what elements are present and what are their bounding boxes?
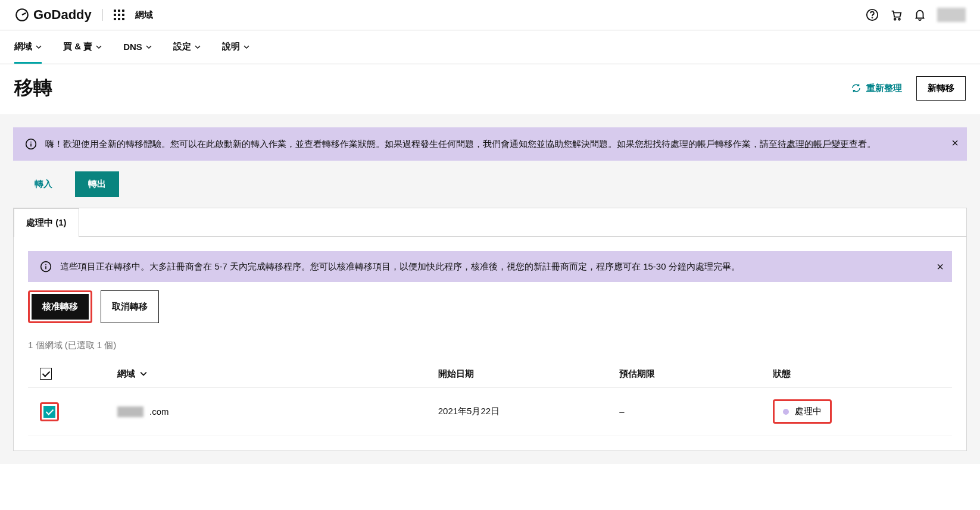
cart-icon[interactable] (890, 8, 903, 21)
svg-point-2 (894, 18, 896, 20)
processing-tab[interactable]: 處理中 (1) (14, 208, 79, 237)
subnav-item-dns[interactable]: DNS (123, 41, 152, 64)
banner-text: 嗨！歡迎使用全新的轉移體驗。您可以在此啟動新的轉入作業，並查看轉移作業狀態。如果… (45, 137, 876, 151)
cell-domain: .com (117, 406, 438, 417)
approve-transfer-button[interactable]: 核准轉移 (32, 294, 89, 320)
select-all-checkbox[interactable] (40, 368, 52, 380)
sub-nav: 網域 買 & 賣 DNS 設定 說明 (0, 30, 980, 64)
divider (102, 9, 103, 21)
card-body: 這些項目正在轉移中。大多註冊商會在 5-7 天內完成轉移程序。您可以核准轉移項目… (14, 237, 966, 450)
top-header-right (866, 8, 966, 22)
cell-estimated: – (619, 406, 773, 417)
page-title: 移轉 (14, 75, 52, 101)
close-icon[interactable]: × (937, 257, 944, 276)
subnav-item-domains[interactable]: 網域 (14, 41, 42, 64)
table-row: .com 2021年5月22日 – 處理中 (28, 387, 952, 436)
section-label: 網域 (135, 10, 153, 21)
subnav-item-buysell[interactable]: 買 & 賣 (63, 41, 102, 64)
transfers-card: 處理中 (1) 這些項目正在轉移中。大多註冊商會在 5-7 天內完成轉移程序。您… (13, 208, 967, 451)
user-menu[interactable] (937, 8, 966, 22)
cancel-transfer-button[interactable]: 取消轉移 (101, 290, 159, 323)
top-header: GoDaddy 網域 (0, 0, 980, 30)
brand-logo[interactable]: GoDaddy (14, 7, 92, 23)
welcome-banner: 嗨！歡迎使用全新的轉移體驗。您可以在此啟動新的轉入作業，並查看轉移作業狀態。如果… (13, 127, 967, 161)
brand-name: GoDaddy (33, 7, 92, 23)
processing-banner-text: 這些項目正在轉移中。大多註冊商會在 5-7 天內完成轉移程序。您可以核准轉移項目… (60, 259, 740, 274)
subnav-label: 網域 (14, 41, 32, 52)
header-status: 狀態 (773, 368, 940, 380)
transfers-table: 網域 開始日期 預估期限 狀態 .com (28, 361, 952, 436)
tab-transfer-in[interactable]: 轉入 (21, 171, 65, 197)
cell-status: 處理中 (773, 399, 940, 424)
processing-banner: 這些項目正在轉移中。大多註冊商會在 5-7 天內完成轉移程序。您可以核准轉移項目… (28, 251, 952, 282)
svg-point-1 (872, 17, 873, 18)
chevron-down-icon (195, 44, 201, 50)
header-domain[interactable]: 網域 (117, 368, 438, 380)
title-row: 移轉 重新整理 新轉移 (0, 64, 980, 114)
bell-icon[interactable] (913, 8, 926, 21)
subnav-label: 買 & 賣 (63, 41, 92, 52)
chevron-down-icon (36, 44, 42, 50)
new-transfer-button[interactable]: 新轉移 (916, 76, 966, 101)
status-dot-icon (783, 409, 789, 415)
subnav-label: DNS (123, 42, 142, 52)
cell-start-date: 2021年5月22日 (438, 406, 620, 417)
subnav-label: 設定 (173, 41, 191, 52)
chevron-down-icon (96, 44, 102, 50)
refresh-label: 重新整理 (866, 83, 902, 94)
svg-point-5 (30, 142, 32, 143)
refresh-icon (851, 83, 862, 93)
subnav-label: 說明 (222, 41, 240, 52)
header-estimated: 預估期限 (619, 368, 773, 380)
godaddy-logo-icon (14, 7, 30, 23)
apps-grid-icon[interactable] (114, 10, 124, 20)
highlight-status: 處理中 (773, 399, 832, 424)
subnav-item-help[interactable]: 說明 (222, 41, 249, 64)
content-area: 嗨！歡迎使用全新的轉移體驗。您可以在此啟動新的轉入作業，並查看轉移作業狀態。如果… (0, 114, 980, 464)
refresh-button[interactable]: 重新整理 (851, 83, 902, 94)
title-actions: 重新整理 新轉移 (851, 76, 966, 101)
redacted-domain (117, 406, 143, 417)
close-icon[interactable]: × (951, 133, 959, 152)
table-header: 網域 開始日期 預估期限 狀態 (28, 361, 952, 387)
selection-count: 1 個網域 (已選取 1 個) (28, 340, 952, 351)
header-start-date: 開始日期 (438, 368, 620, 380)
subnav-item-settings[interactable]: 設定 (173, 41, 201, 64)
highlight-approve: 核准轉移 (28, 290, 92, 323)
row-checkbox[interactable] (43, 406, 55, 418)
transfer-direction-tabs: 轉入 轉出 (13, 161, 967, 208)
help-icon[interactable] (866, 8, 879, 21)
highlight-checkbox (40, 402, 59, 421)
card-tab-header: 處理中 (1) (14, 208, 966, 237)
info-icon (40, 261, 52, 273)
tab-transfer-out[interactable]: 轉出 (75, 171, 119, 197)
svg-point-7 (45, 264, 46, 265)
top-header-left: GoDaddy 網域 (14, 7, 153, 23)
action-buttons: 核准轉移 取消轉移 (28, 290, 952, 323)
chevron-down-icon (146, 44, 152, 50)
info-icon (25, 138, 37, 150)
chevron-down-icon (244, 44, 249, 50)
svg-point-3 (898, 18, 900, 20)
chevron-down-icon (140, 370, 147, 377)
pending-changes-link[interactable]: 待處理的帳戶變更 (778, 139, 849, 149)
